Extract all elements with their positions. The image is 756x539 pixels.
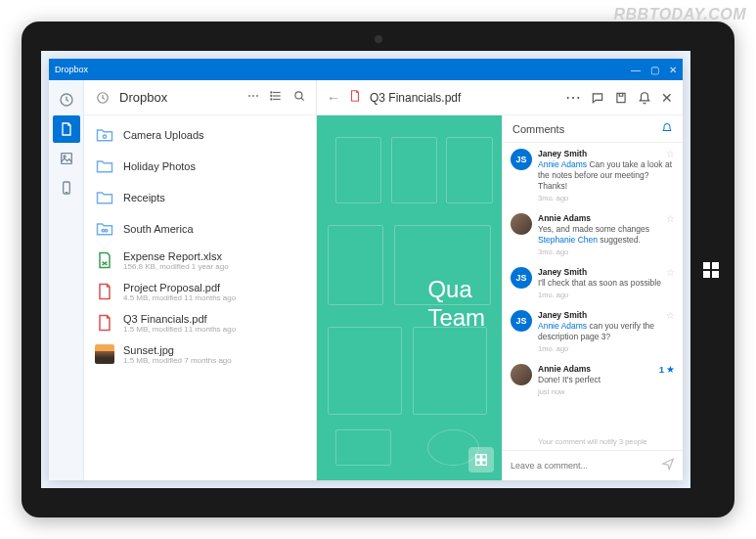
file-meta: 1.5 MB, modified 7 months ago (123, 356, 306, 365)
window-close-button[interactable]: ✕ (669, 65, 677, 75)
svg-point-18 (103, 135, 106, 138)
comment-input[interactable] (511, 461, 661, 471)
star-icon[interactable]: ☆ (666, 149, 675, 159)
nav-offline[interactable] (53, 174, 80, 202)
doc-overlay-line1: Qua (427, 276, 485, 304)
svg-point-13 (271, 92, 272, 93)
close-preview-icon[interactable]: ✕ (661, 90, 673, 106)
comment-mention[interactable]: Annie Adams (538, 321, 587, 331)
comment-body: Annie AdamsYes, and made some changes St… (538, 213, 675, 257)
comment-mention[interactable]: Annie Adams (538, 159, 587, 169)
file-item[interactable]: Sunset.jpg 1.5 MB, modified 7 months ago (84, 338, 316, 370)
file-info: Receipts (123, 192, 306, 203)
back-button[interactable] (94, 89, 111, 107)
nav-rail (49, 80, 84, 480)
preview-more-icon[interactable]: ⋯ (565, 88, 581, 107)
file-meta: 156.8 KB, modified 1 year ago (123, 262, 306, 271)
grid-view-badge[interactable] (468, 447, 494, 472)
preview-back-button[interactable]: ← (327, 90, 340, 106)
list-view-icon[interactable] (269, 89, 283, 106)
windows-hardware-button[interactable] (701, 260, 721, 280)
svg-point-14 (271, 95, 272, 96)
xlsx-icon (94, 249, 115, 271)
svg-rect-1 (712, 262, 719, 269)
comment-body: Janey SmithAnnie Adams can you verify th… (538, 310, 675, 354)
comment-item: Annie AdamsDone! It's perfectjust now1★ (511, 364, 675, 397)
nav-photos[interactable] (53, 145, 80, 172)
file-info: Q3 Financials.pdf 1.5 MB, modified 11 mo… (123, 313, 306, 334)
comment-text: suggested. (598, 235, 641, 245)
window-titlebar: Dropbox — ▢ ✕ (49, 59, 683, 80)
window-controls: — ▢ ✕ (631, 65, 677, 75)
comment-author: Janey Smith (538, 310, 587, 320)
svg-point-6 (64, 156, 66, 157)
doc-overlay-line2: Team (427, 304, 485, 333)
comments-icon[interactable] (591, 91, 604, 105)
send-comment-icon[interactable] (661, 457, 675, 474)
comment-author: Annie Adams (538, 213, 591, 223)
file-name: Receipts (123, 192, 306, 203)
pdf-icon (94, 312, 115, 334)
avatar-photo (511, 213, 532, 235)
file-info: Project Proposal.pdf 4.5 MB, modified 11… (123, 282, 306, 302)
comment-mention[interactable]: Stephanie Chen (538, 235, 598, 245)
comment-text: I'll check that as soon as possible (538, 278, 661, 288)
comment-item: JSJaney SmithI'll check that as soon as … (511, 267, 675, 300)
preview-header: ← Q3 Financials.pdf ⋯ ✕ (317, 80, 683, 115)
comment-time: just now (538, 387, 675, 397)
file-pane-title: Dropbox (119, 90, 247, 105)
comment-input-row (503, 450, 683, 480)
comment-text: Done! It's perfect (538, 375, 600, 384)
window-maximize-button[interactable]: ▢ (650, 65, 659, 75)
avatar-initials: JS (511, 267, 532, 289)
save-icon[interactable] (614, 91, 628, 105)
svg-rect-25 (482, 461, 487, 466)
image-icon (94, 343, 115, 365)
file-item[interactable]: Camera Uploads (84, 119, 316, 151)
tablet-camera (375, 35, 382, 43)
file-item[interactable]: Expense Report.xlsx 156.8 KB, modified 1… (84, 245, 316, 276)
svg-rect-21 (617, 93, 625, 102)
avatar-initials: JS (511, 149, 532, 170)
notification-icon[interactable] (638, 91, 651, 105)
window-title: Dropbox (55, 65, 631, 74)
file-name: Project Proposal.pdf (123, 282, 306, 293)
file-pane: Dropbox ⋯ Camera Uploads Holiday Photos … (84, 80, 317, 480)
nav-files[interactable] (53, 115, 80, 143)
folder-shared-icon (94, 218, 115, 240)
star-icon[interactable]: 1★ (659, 364, 675, 375)
svg-rect-24 (476, 461, 481, 466)
file-item[interactable]: Holiday Photos (84, 151, 316, 182)
more-icon[interactable]: ⋯ (247, 89, 259, 106)
comment-text: Yes, and made some changes (538, 224, 649, 234)
file-header-actions: ⋯ (247, 89, 306, 106)
file-list: Camera Uploads Holiday Photos Receipts S… (84, 115, 316, 480)
comment-body: Janey SmithAnnie Adams Can you take a lo… (538, 149, 675, 203)
file-item[interactable]: Receipts (84, 182, 316, 213)
file-info: South America (123, 223, 306, 235)
file-item[interactable]: Project Proposal.pdf 4.5 MB, modified 11… (84, 276, 316, 307)
document-preview[interactable]: Qua Team (317, 115, 502, 480)
star-icon[interactable]: ☆ (666, 310, 675, 321)
file-name: Camera Uploads (123, 129, 306, 141)
file-name: Q3 Financials.pdf (123, 313, 306, 325)
tablet-frame: Dropbox — ▢ ✕ (22, 22, 734, 517)
nav-recent[interactable] (53, 86, 80, 113)
window-minimize-button[interactable]: — (631, 65, 641, 75)
comment-notify-hint: Your comment will notify 3 people (503, 433, 683, 450)
file-item[interactable]: South America (84, 213, 316, 245)
svg-line-17 (301, 98, 304, 101)
file-item[interactable]: Q3 Financials.pdf 1.5 MB, modified 11 mo… (84, 307, 316, 338)
star-icon[interactable]: ☆ (666, 213, 675, 224)
comment-item: Annie AdamsYes, and made some changes St… (511, 213, 675, 257)
comment-time: 3mo. ago (538, 194, 675, 203)
subscribe-bell-icon[interactable] (661, 122, 673, 136)
folder-icon (94, 187, 115, 208)
comment-time: 3mo. ago (538, 247, 675, 257)
search-icon[interactable] (292, 89, 306, 106)
preview-title: Q3 Financials.pdf (370, 91, 557, 105)
star-icon[interactable]: ☆ (666, 267, 675, 278)
avatar-initials: JS (511, 310, 532, 332)
file-pane-header: Dropbox ⋯ (84, 80, 316, 115)
pdf-icon (94, 281, 115, 302)
